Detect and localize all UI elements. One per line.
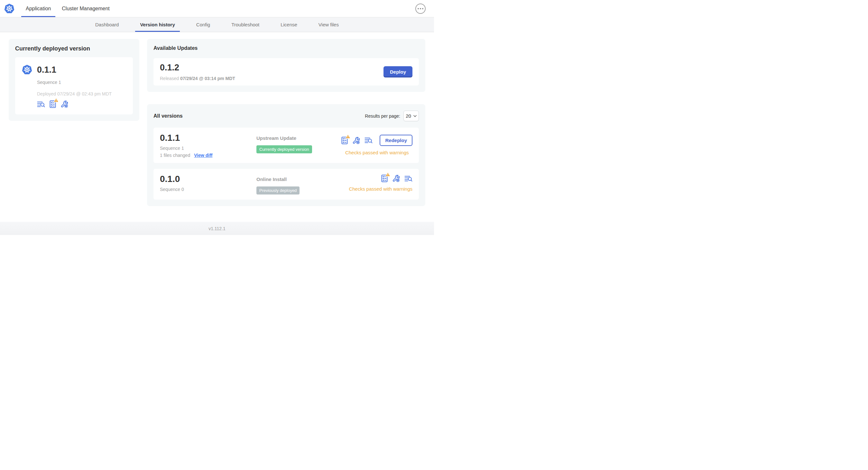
subtab-dashboard[interactable]: Dashboard <box>85 18 129 32</box>
row-version-number: 0.1.0 <box>160 174 256 184</box>
deployed-timestamp: Deployed 07/29/24 @ 02:43 pm MDT <box>37 91 126 96</box>
redeploy-button[interactable]: Redeploy <box>380 135 412 146</box>
preflight-checks-icon[interactable] <box>50 100 56 108</box>
top-header: Application Cluster Management <box>0 0 434 18</box>
preflight-status-text: Checks passed with warnings <box>345 150 409 155</box>
version-row-0-1-1: 0.1.1 Sequence 1 1 files changed View di… <box>153 128 419 163</box>
currently-deployed-badge: Currently deployed version <box>256 145 312 153</box>
preflight-checks-icon[interactable] <box>341 137 348 144</box>
version-source-type: Online Install <box>256 176 349 182</box>
currently-deployed-title: Currently deployed version <box>15 45 133 52</box>
deployed-version-number: 0.1.1 <box>37 65 56 75</box>
results-per-page: Results per page: 20 <box>365 110 419 121</box>
update-released-date: 07/29/24 @ 03:14 pm MDT <box>180 76 235 81</box>
row-version-number: 0.1.1 <box>160 133 256 143</box>
chevron-down-icon <box>413 115 416 117</box>
available-updates-title: Available Updates <box>153 45 419 51</box>
currently-deployed-card: Currently deployed version 0.1.1 Sequenc… <box>9 39 139 121</box>
results-per-page-select[interactable]: 20 <box>403 110 419 121</box>
console-footer: v1.112.1 <box>0 222 434 235</box>
update-row: 0.1.2 Released 07/29/24 @ 03:14 pm MDT D… <box>153 58 419 86</box>
preflight-checks-icon[interactable] <box>381 174 388 182</box>
kubernetes-app-icon <box>22 64 32 75</box>
files-changed: 1 files changed <box>160 153 190 158</box>
view-diff-icon[interactable] <box>404 175 412 182</box>
row-sequence: Sequence 1 <box>160 146 256 151</box>
all-versions-title: All versions <box>153 113 183 119</box>
config-wrench-icon[interactable] <box>60 100 68 108</box>
deployed-sequence: Sequence 1 <box>37 80 126 85</box>
results-per-page-label: Results per page: <box>365 113 400 119</box>
right-column: Available Updates 0.1.2 Released 07/29/2… <box>147 39 425 206</box>
version-source-type: Upstream Update <box>256 135 341 141</box>
more-options-button[interactable] <box>415 4 426 14</box>
warning-triangle-icon <box>53 98 59 103</box>
deployed-version-panel: 0.1.1 Sequence 1 Deployed 07/29/24 @ 02:… <box>15 57 133 114</box>
subtab-version-history[interactable]: Version history <box>129 18 185 32</box>
version-row-0-1-0: 0.1.0 Sequence 0 Online Install Previous… <box>153 169 419 200</box>
all-versions-card: All versions Results per page: 20 0.1.1 … <box>147 104 425 206</box>
top-tabs: Application Cluster Management <box>21 0 114 17</box>
row-sequence: Sequence 0 <box>160 187 256 192</box>
warning-triangle-icon <box>385 172 391 177</box>
subtab-config[interactable]: Config <box>186 18 221 32</box>
ellipsis-icon <box>417 8 419 9</box>
config-wrench-icon[interactable] <box>392 174 400 182</box>
view-diff-icon[interactable] <box>37 101 45 108</box>
deployed-actions <box>37 100 126 108</box>
kubernetes-logo-icon <box>4 3 15 14</box>
deploy-button[interactable]: Deploy <box>383 66 412 77</box>
main-content: Currently deployed version 0.1.1 Sequenc… <box>0 32 434 206</box>
subtab-license[interactable]: License <box>270 18 308 32</box>
header-spacer <box>114 0 415 17</box>
view-diff-icon[interactable] <box>365 137 373 144</box>
subtab-view-files[interactable]: View files <box>308 18 349 32</box>
previously-deployed-badge: Previously deployed <box>256 187 300 195</box>
app-subnav: Dashboard Version history Config Trouble… <box>0 18 434 32</box>
preflight-status-text: Checks passed with warnings <box>349 186 412 192</box>
app-logo <box>4 0 15 17</box>
update-version-number: 0.1.2 <box>160 63 235 73</box>
tab-application[interactable]: Application <box>21 0 55 17</box>
tab-cluster-management[interactable]: Cluster Management <box>57 0 114 17</box>
update-released-line: Released 07/29/24 @ 03:14 pm MDT <box>160 76 235 81</box>
view-diff-link[interactable]: View diff <box>194 153 212 158</box>
available-updates-card: Available Updates 0.1.2 Released 07/29/2… <box>147 39 425 92</box>
warning-triangle-icon <box>345 134 351 139</box>
config-wrench-icon[interactable] <box>352 137 360 144</box>
console-version: v1.112.1 <box>209 226 225 231</box>
subtab-troubleshoot[interactable]: Troubleshoot <box>221 18 270 32</box>
